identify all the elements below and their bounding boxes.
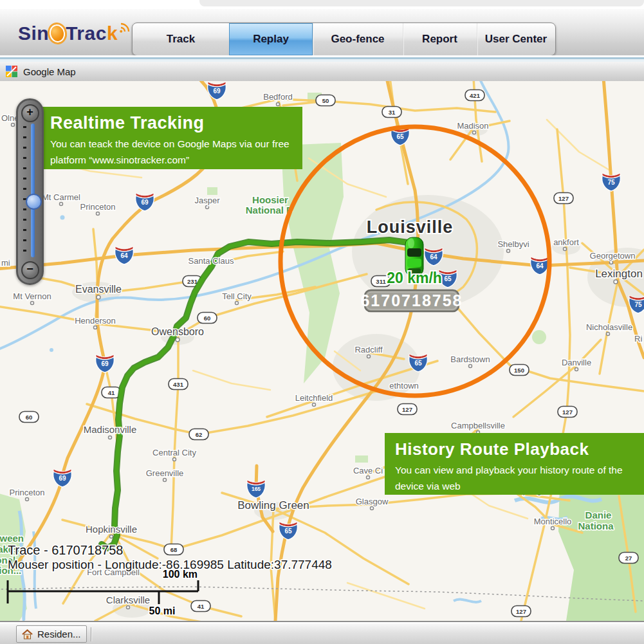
google-maps-icon (6, 66, 17, 77)
zoom-slider[interactable]: + − (16, 98, 44, 285)
shield-label: 64 (120, 252, 128, 259)
realtime-tracking-banner: Realtime Tracking You can teack the devi… (40, 107, 302, 169)
taskbar-tab-label: Residen... (37, 629, 81, 639)
shield-label: 127 (558, 195, 569, 202)
city-label: Bardstown (450, 354, 490, 364)
shield-label: 64 (536, 262, 544, 270)
map-type-label: Google Map (23, 66, 76, 77)
history-banner-line2: device via web (395, 479, 634, 493)
device-id-label: 6170718758 (360, 291, 463, 309)
city-label: Danville (562, 358, 591, 367)
shield-label: 31 (389, 109, 396, 116)
forest-label: Nationa (578, 520, 614, 531)
city-label: Henderson (75, 316, 116, 326)
shield-label: 65 (284, 528, 292, 535)
city-label: Louisville (367, 217, 454, 237)
browser-tab-shadow (199, 0, 644, 6)
shield-label: 64 (430, 253, 437, 261)
shield-label: 41 (198, 603, 205, 610)
history-banner-line1: You can view and playback your history r… (395, 463, 634, 477)
shield-label: 41 (108, 389, 115, 396)
history-playback-banner: History Route Playback You can view and … (385, 433, 644, 495)
city-label: Radcliff (354, 345, 383, 354)
shield-label: 62 (196, 431, 203, 438)
realtime-banner-title: Realtime Tracking (50, 113, 292, 133)
logo-text-sin: Sin (18, 23, 49, 44)
shield-label: 127 (562, 409, 573, 416)
taskbar-separator (91, 627, 91, 641)
shield-label: 60 (26, 414, 33, 421)
logo-text-trac: Trac (66, 23, 107, 44)
header-divider (0, 55, 644, 62)
city-label: Nicholasville (586, 322, 632, 332)
city-label: Evansville (75, 284, 122, 295)
history-banner-title: History Route Playback (395, 439, 634, 459)
city-label: Madison (457, 121, 488, 131)
shield-label: 75 (607, 179, 615, 186)
map-type-bar: Google Map (0, 62, 644, 82)
shield-label: 127 (516, 608, 526, 615)
forest-label: National F (246, 205, 293, 216)
city-label: Shelbyvi (497, 239, 529, 249)
city-label: Bowling Green (237, 499, 309, 511)
tab-report[interactable]: Report (403, 23, 477, 55)
home-icon (22, 629, 33, 639)
city-label: Tell City (222, 291, 252, 301)
tab-geofence[interactable]: Geo-fence (313, 23, 403, 55)
city-label: Lexington (595, 268, 643, 280)
city-label: Princeton (10, 488, 45, 497)
tab-user-center[interactable]: User Center (477, 23, 555, 55)
main-nav: Track Replay Geo-fence Report User Cente… (132, 23, 556, 56)
city-label: Princeton (80, 202, 116, 212)
scale-km-label: 100 km (163, 569, 198, 580)
shield-label: 431 (173, 381, 184, 388)
city-label: Campbellsville (451, 421, 505, 430)
scale-mi-label: 50 mi (149, 605, 176, 616)
city-label: Georgetown (590, 251, 636, 261)
zoom-tick-marks (23, 126, 26, 255)
sinotrack-logo: SinTrack (18, 19, 131, 48)
realtime-banner-line1: You can teack the device on Google Maps … (50, 137, 292, 151)
shield-label: 65 (414, 360, 422, 367)
speed-label: 20 km/h (387, 270, 442, 286)
city-label: Clarksville (106, 594, 150, 605)
shield-label: 27 (625, 555, 632, 562)
tab-track[interactable]: Track (133, 23, 229, 55)
shield-label: 311 (376, 278, 386, 285)
city-label: ankfort (553, 237, 579, 247)
logo-text-k: k (107, 23, 118, 44)
city-label: Greenville (146, 468, 184, 478)
shield-label: 69 (141, 199, 149, 206)
city-label: Glasgow (356, 497, 389, 506)
city-label: Leitchfield (295, 393, 333, 403)
signal-icon (119, 22, 131, 33)
device-id-plate: 6170718758 (360, 290, 463, 311)
shield-label: 50 (322, 97, 329, 104)
trace-status: Trace - 6170718758 (8, 543, 123, 557)
taskbar: Residen... (0, 621, 644, 644)
shield-label: 165 (252, 486, 261, 492)
taskbar-tab-residen[interactable]: Residen... (16, 625, 87, 643)
shield-label: 65 (444, 275, 452, 282)
forest-label: Danie (585, 510, 612, 520)
shield-label: 68 (170, 546, 178, 553)
shield-label: 65 (396, 133, 404, 140)
shield-label: 69 (213, 87, 221, 95)
shield-label: 69 (59, 475, 66, 482)
app-header: SinTrack Track Replay Geo-fence Report U… (0, 9, 644, 56)
shield-label: 69 (101, 360, 109, 367)
zoom-in-button[interactable]: + (21, 104, 39, 122)
shield-label: 75 (634, 301, 642, 308)
shield-label: 60 (204, 315, 211, 322)
city-label: Santa Claus (189, 256, 234, 266)
city-label: Madisonville (84, 424, 137, 435)
zoom-slider-track[interactable] (31, 124, 35, 257)
logo-globe-icon (48, 23, 67, 44)
zoom-out-button[interactable]: − (21, 261, 39, 279)
zoom-slider-handle[interactable] (26, 194, 42, 210)
city-label: ethtown (389, 381, 419, 391)
tab-replay[interactable]: Replay (229, 23, 313, 55)
forest-label: l Between (0, 533, 24, 544)
city-label: Jasper (194, 196, 220, 205)
city-label: Owensboro (151, 326, 204, 337)
